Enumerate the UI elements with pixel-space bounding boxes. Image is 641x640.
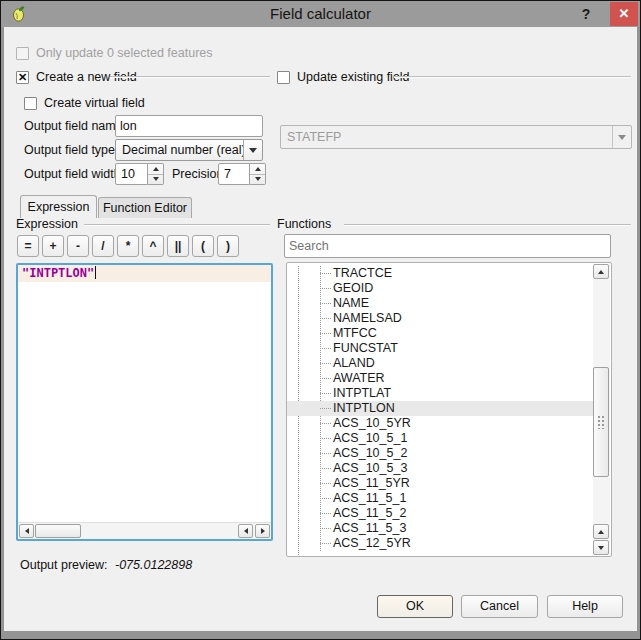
checkbox-box [277, 71, 290, 84]
group-divider [344, 224, 631, 226]
function-tree-item[interactable]: INTPTLAT [287, 386, 593, 401]
hscroll-thumb[interactable] [35, 524, 81, 538]
expression-editor[interactable]: "INTPTLON" [16, 263, 273, 541]
close-button[interactable]: ✕ [610, 2, 638, 26]
tree-branch-dash [320, 348, 331, 349]
tree-item-label: ACS_11_5_2 [333, 506, 406, 520]
operator-button[interactable]: + [42, 235, 64, 257]
function-tree-item[interactable]: NAME [287, 296, 593, 311]
operator-button[interactable]: = [17, 235, 39, 257]
spin-up-icon[interactable] [250, 164, 265, 175]
search-input[interactable] [284, 234, 611, 258]
scroll-down-icon[interactable] [593, 540, 609, 555]
only-update-label: Only update 0 selected features [36, 46, 213, 60]
tree-item-label: FUNCSTAT [333, 341, 398, 355]
titlebar[interactable]: Field calculator ? ✕ [1, 1, 640, 27]
functions-tree[interactable]: TRACTCEGEOIDNAMENAMELSADMTFCCFUNCSTATALA… [286, 262, 612, 557]
function-tree-item[interactable]: GEOID [287, 281, 593, 296]
function-tree-item[interactable]: ACS_11_5YR [287, 476, 593, 491]
existing-field-combo: STATEFP [280, 125, 632, 149]
tree-item-label: INTPTLAT [333, 386, 391, 400]
checkbox-box [16, 47, 29, 60]
spinner-arrows[interactable] [148, 163, 164, 185]
ok-button[interactable]: OK [377, 595, 453, 618]
tree-branch-dash [320, 498, 331, 499]
expression-group-label: Expression [16, 217, 78, 231]
tree-item-label: GEOID [333, 281, 373, 295]
tree-branch-dash [320, 438, 331, 439]
spinner-arrows[interactable] [250, 163, 266, 185]
tree-item-label: ACS_10_5_2 [333, 446, 407, 460]
scroll-left-icon[interactable] [19, 524, 34, 538]
output-field-type-combo[interactable]: Decimal number (real) [115, 139, 263, 161]
scroll-up-icon[interactable] [593, 524, 609, 539]
function-tree-item[interactable]: ACS_10_5_1 [287, 431, 593, 446]
output-preview-value: -075.0122898 [115, 558, 192, 572]
tab-expression[interactable]: Expression [20, 195, 97, 218]
spin-down-icon[interactable] [148, 175, 163, 185]
operator-button[interactable]: ^ [142, 235, 164, 257]
tree-branch-dash [320, 288, 331, 289]
functions-group-label: Functions [277, 217, 331, 231]
function-tree-item[interactable]: AWATER [287, 371, 593, 386]
function-tree-item[interactable]: TRACTCE [287, 266, 593, 281]
tree-branch-dash [320, 543, 331, 544]
scroll-right-icon[interactable] [255, 524, 270, 538]
operator-button[interactable]: || [167, 235, 189, 257]
output-field-name-input[interactable] [115, 115, 263, 137]
scroll-left-icon[interactable] [238, 524, 253, 538]
operator-button[interactable]: - [67, 235, 89, 257]
operator-row: =+-/*^||() [17, 235, 239, 257]
tree-item-label: ACS_11_5YR [333, 476, 410, 490]
field-calculator-dialog: Field calculator ? ✕ Only update 0 selec… [0, 0, 641, 640]
function-tree-item[interactable]: ALAND [287, 356, 593, 371]
chevron-down-icon [243, 140, 262, 160]
editor-horizontal-scrollbar[interactable] [18, 522, 271, 539]
functions-tree-rows: TRACTCEGEOIDNAMENAMELSADMTFCCFUNCSTATALA… [287, 266, 593, 551]
function-tree-item[interactable]: NAMELSAD [287, 311, 593, 326]
function-tree-item[interactable]: ACS_12_5YR [287, 536, 593, 551]
tree-branch-dash [320, 393, 331, 394]
operator-button[interactable]: ( [192, 235, 214, 257]
spin-up-icon[interactable] [148, 164, 163, 175]
function-tree-item[interactable]: ACS_10_5_3 [287, 461, 593, 476]
function-tree-item[interactable]: ACS_10_5_2 [287, 446, 593, 461]
functions-vertical-scrollbar[interactable] [593, 264, 610, 555]
tab-function-editor[interactable]: Function Editor [98, 197, 192, 218]
tree-branch-dash [320, 333, 331, 334]
tree-item-label: ACS_10_5YR [333, 416, 411, 430]
function-tree-item[interactable]: MTFCC [287, 326, 593, 341]
help-titlebar-button[interactable]: ? [576, 3, 596, 25]
operator-button[interactable]: / [92, 235, 114, 257]
vscroll-thumb[interactable] [593, 367, 609, 477]
function-tree-item[interactable]: ACS_11_5_3 [287, 521, 593, 536]
group-divider [110, 76, 270, 78]
scroll-up-icon[interactable] [593, 264, 609, 279]
output-field-width-spinner[interactable]: 10 [115, 163, 164, 185]
output-field-type-label: Output field type [24, 139, 115, 161]
function-tree-item[interactable]: INTPTLON [287, 401, 593, 416]
precision-spinner[interactable]: 7 [218, 163, 266, 185]
tree-item-label: NAMELSAD [333, 311, 402, 325]
tree-item-label: NAME [333, 296, 369, 310]
create-virtual-field-checkbox[interactable]: Create virtual field [24, 95, 145, 111]
precision-label: Precision [172, 163, 223, 185]
update-existing-field-label: Update existing field [297, 70, 410, 84]
group-divider [394, 76, 631, 78]
operator-button[interactable]: ) [217, 235, 239, 257]
function-tree-item[interactable]: ACS_11_5_2 [287, 506, 593, 521]
help-button[interactable]: Help [547, 595, 623, 618]
update-existing-field-checkbox[interactable]: Update existing field [277, 69, 410, 85]
checkbox-checked-mark: ✕ [16, 71, 29, 84]
tree-branch-dash [320, 363, 331, 364]
operator-button[interactable]: * [117, 235, 139, 257]
cancel-button[interactable]: Cancel [461, 595, 538, 618]
output-field-type-value: Decimal number (real) [116, 143, 243, 157]
spin-down-icon[interactable] [250, 175, 265, 185]
tree-item-label: AWATER [333, 371, 385, 385]
function-tree-item[interactable]: FUNCSTAT [287, 341, 593, 356]
group-divider [84, 224, 270, 226]
function-tree-item[interactable]: ACS_11_5_1 [287, 491, 593, 506]
function-tree-item[interactable]: ACS_10_5YR [287, 416, 593, 431]
tree-branch-dash [320, 378, 331, 379]
